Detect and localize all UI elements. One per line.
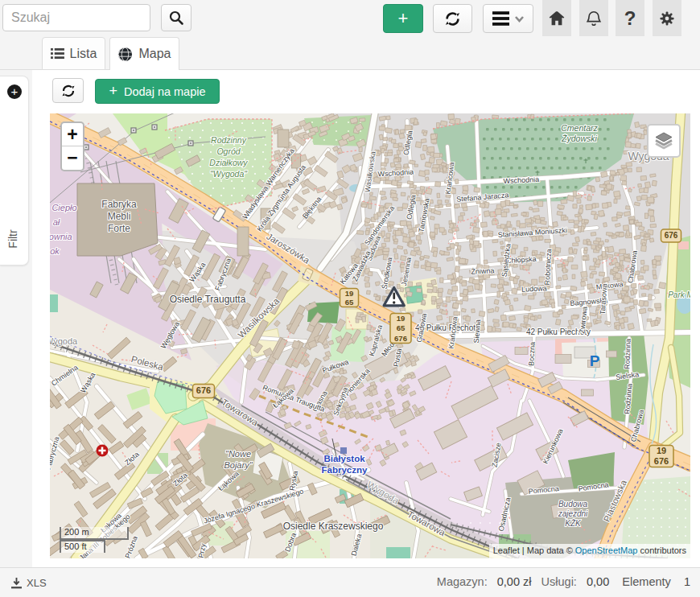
svg-text:Białystok: Białystok	[323, 454, 365, 463]
svg-text:Żniwna: Żniwna	[471, 266, 494, 276]
svg-text:KŻK: KŻK	[565, 519, 582, 528]
svg-text:Cmentarz: Cmentarz	[561, 123, 598, 133]
svg-text:łownia: łownia	[50, 232, 72, 241]
svg-text:Fabryka: Fabryka	[101, 199, 137, 210]
svg-text:Ciepło: Ciepło	[51, 203, 76, 212]
svg-text:19: 19	[657, 446, 666, 455]
svg-text:19: 19	[397, 314, 406, 323]
svg-text:Boczna: Boczna	[527, 342, 537, 367]
svg-text:"Wygoda": "Wygoda"	[210, 169, 248, 179]
svg-text:Rodzinny: Rodzinny	[211, 135, 247, 145]
svg-text:ok: ok	[50, 246, 60, 256]
svg-text:Bojary": Bojary"	[224, 460, 253, 470]
svg-text:Ogród: Ogród	[216, 146, 241, 156]
svg-text:Działkowy: Działkowy	[209, 158, 248, 167]
svg-text:Żydowski: Żydowski	[561, 134, 597, 143]
svg-text:19: 19	[345, 289, 354, 298]
svg-text:Forte: Forte	[108, 223, 130, 234]
svg-text:676: 676	[654, 456, 669, 466]
svg-text:Mebli: Mebli	[108, 211, 131, 222]
svg-text:Fabryczny: Fabryczny	[322, 465, 368, 475]
svg-text:ał: ał	[53, 217, 60, 227]
svg-text:65: 65	[397, 323, 406, 332]
svg-text:Rodzinna: Rodzinna	[623, 339, 632, 369]
svg-text:676: 676	[394, 334, 407, 343]
svg-text:Wygoda: Wygoda	[50, 336, 78, 346]
svg-text:zajezdni: zajezdni	[558, 509, 588, 518]
svg-text:Park M: Park M	[668, 290, 690, 299]
svg-text:"Nowe: "Nowe	[225, 449, 251, 459]
svg-text:676: 676	[665, 231, 678, 240]
svg-text:Budowa: Budowa	[558, 500, 588, 508]
svg-text:Osiedle Kraszewskiego: Osiedle Kraszewskiego	[283, 521, 384, 532]
svg-text:65: 65	[345, 298, 354, 307]
svg-text:P: P	[590, 352, 600, 369]
svg-text:Osiedle Traugutta: Osiedle Traugutta	[170, 294, 246, 305]
svg-text:676: 676	[196, 385, 211, 395]
